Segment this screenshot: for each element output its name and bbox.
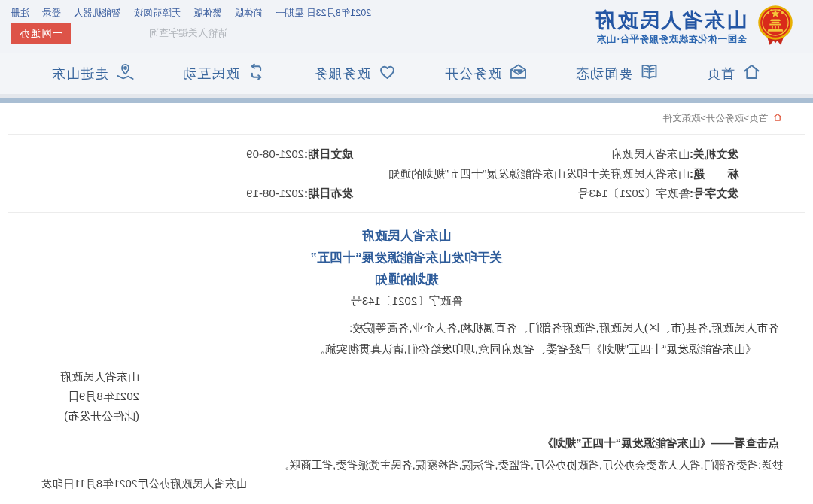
- nav-label: 首页: [706, 65, 735, 83]
- written-date: 成文日期:2021-08-09: [246, 144, 353, 164]
- doc-no-label: 发文字号:: [690, 187, 738, 199]
- link-register[interactable]: 注册: [11, 7, 29, 20]
- nav-item-gov-services[interactable]: 政务服务: [313, 62, 397, 86]
- header-right: 2021年8月23日 星期一 简体版 繁体版 无障碍阅读 智能机器人 登录 注册…: [11, 0, 371, 53]
- link-smart-robot[interactable]: 智能机器人: [74, 7, 121, 20]
- nav-item-discover-shandong[interactable]: 走进山东: [51, 62, 136, 86]
- link-accessibility[interactable]: 无障碍阅读: [134, 7, 181, 20]
- utility-links: 2021年8月23日 星期一 简体版 繁体版 无障碍阅读 智能机器人 登录 注册: [11, 7, 371, 20]
- document-number: 鲁政字〔2021〕143号: [0, 290, 813, 311]
- document-title-line3: 规划的通知: [0, 269, 813, 290]
- nav-label: 要闻动态: [575, 65, 632, 83]
- document-title-line1: 山东省人民政府: [0, 225, 813, 247]
- issuer-value: 山东省人民政府: [611, 147, 690, 160]
- body-paragraph: 《山东省能源发展“十四五”规划》已经省委、省政府同意,现印发给你们,请认真贯彻实…: [34, 339, 779, 360]
- nav-label: 走进山东: [51, 65, 108, 83]
- national-emblem-icon: [756, 4, 795, 50]
- home-icon: [741, 62, 762, 86]
- title-label: 标 题:: [690, 167, 738, 180]
- page: 山东省人民政府 全国一体化在线政务服务平台·山东 2021年8月23日 星期一 …: [0, 0, 813, 504]
- one-stop-service-button[interactable]: 一网通办: [11, 23, 71, 44]
- attachment-link[interactable]: 点击查看——《山东省能源发展“十四五”规划》: [34, 436, 779, 451]
- content: 首页>政务公开>政策文件 发文机关:山东省人民政府 成文日期:2021-08-0…: [0, 112, 813, 491]
- site-logo: 山东省人民政府 全国一体化在线政务服务平台·山东: [594, 0, 795, 53]
- mirrored-canvas: 山东省人民政府 全国一体化在线政务服务平台·山东 2021年8月23日 星期一 …: [0, 0, 813, 504]
- link-login[interactable]: 登录: [42, 7, 61, 20]
- main-nav: 首页 要闻动态 政务公开 政务服务 政民互动: [0, 53, 813, 94]
- breadcrumb-home-icon: [772, 112, 783, 125]
- site-subtitle: 全国一体化在线政务服务平台·山东: [594, 33, 747, 46]
- heart-icon: [377, 62, 397, 86]
- header: 山东省人民政府 全国一体化在线政务服务平台·山东 2021年8月23日 星期一 …: [0, 0, 813, 53]
- breadcrumb[interactable]: 首页>政务公开>政策文件: [0, 112, 783, 125]
- logo-text: 山东省人民政府 全国一体化在线政务服务平台·山东: [594, 9, 747, 46]
- nav-item-gov-disclosure[interactable]: 政务公开: [444, 62, 528, 86]
- signature-date: 2021年8月9日: [0, 387, 139, 406]
- meta-row-issuer: 发文机关:山东省人民政府 成文日期:2021-08-09: [8, 144, 805, 164]
- meta-row-title: 标 题:山东省人民政府关于印发山东省能源发展“十四五”规划的通知: [8, 164, 805, 184]
- public-release-note: (此件公开发布): [0, 406, 139, 426]
- signature-issuer: 山东省人民政府: [0, 367, 139, 387]
- salutation-paragraph: 各市人民政府,各县(市、区)人民政府,省政府各部门、各直属机构,各大企业,各高等…: [34, 317, 779, 339]
- search-input[interactable]: [83, 24, 235, 44]
- nav-item-home[interactable]: 首页: [706, 62, 762, 86]
- search-area: 一网通办: [11, 23, 235, 44]
- publish-date: 发布日期:2021-08-19: [246, 184, 353, 203]
- nav-label: 政民互动: [182, 65, 239, 83]
- mail-icon: [508, 62, 528, 86]
- book-icon: [639, 62, 659, 86]
- site-title: 山东省人民政府: [594, 9, 747, 32]
- map-pin-icon: [115, 62, 136, 86]
- breadcrumb-path: 首页>政务公开>政策文件: [662, 112, 768, 125]
- exchange-icon: [246, 62, 266, 86]
- title-value: 山东省人民政府关于印发山东省能源发展“十四五”规划的通知: [388, 167, 690, 180]
- signature-block: 山东省人民政府 2021年8月9日 (此件公开发布): [0, 367, 139, 426]
- link-simplified[interactable]: 简体版: [235, 7, 263, 20]
- print-line: 山东省人民政府办公厅2021年8月11日印发: [41, 477, 772, 491]
- nav-item-interaction[interactable]: 政民互动: [182, 62, 266, 86]
- link-traditional[interactable]: 繁体版: [193, 7, 222, 20]
- doc-no-value: 鲁政字〔2021〕143号: [578, 187, 690, 199]
- cc-line: 抄送:省委各部门,省人大常委会办公厅,省政协办公厅,省监委,省法院,省检察院,各…: [30, 458, 783, 472]
- document-title-line2: 关于印发山东省能源发展“十四五”: [0, 247, 813, 269]
- meta-row-docno: 发文字号:鲁政字〔2021〕143号 发布日期:2021-08-19: [8, 184, 805, 203]
- accent-strip: [0, 98, 813, 103]
- document-meta-box: 发文机关:山东省人民政府 成文日期:2021-08-09 标 题:山东省人民政府…: [8, 134, 805, 213]
- current-date: 2021年8月23日 星期一: [276, 7, 371, 20]
- nav-label: 政务服务: [313, 65, 370, 83]
- issuer-label: 发文机关:: [690, 147, 738, 160]
- nav-label: 政务公开: [444, 65, 501, 83]
- nav-item-news[interactable]: 要闻动态: [575, 62, 659, 86]
